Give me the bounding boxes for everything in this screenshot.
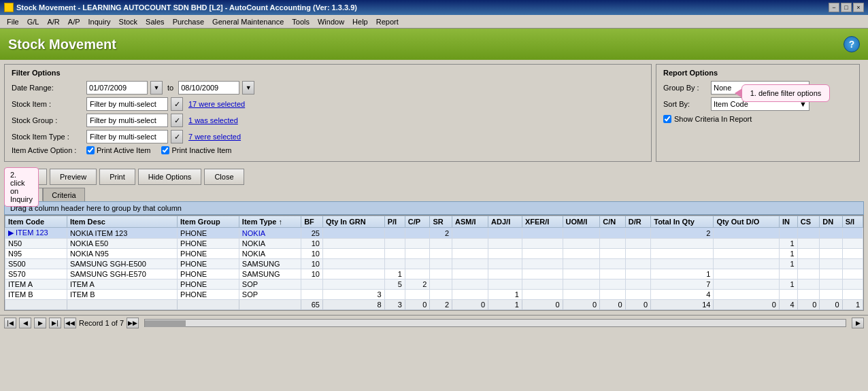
menu-inquiry[interactable]: Inquiry: [84, 16, 115, 27]
col-dr[interactable]: D/R: [625, 216, 651, 228]
table-row[interactable]: ITEM BITEM BPHONESOP314: [5, 290, 863, 300]
col-bf[interactable]: BF: [301, 216, 323, 228]
date-range-label: Date Range:: [12, 84, 86, 92]
stock-item-multiselect[interactable]: Filter by multi-select: [86, 97, 168, 111]
print-button[interactable]: Print: [99, 169, 135, 185]
nav-extra-button[interactable]: ◀◀: [64, 318, 76, 328]
col-cn[interactable]: C/N: [600, 216, 626, 228]
date-from-dropdown[interactable]: ▼: [150, 81, 163, 95]
item-active-row: Item Active Option : Print Active Item P…: [12, 146, 644, 154]
col-item-type[interactable]: Item Type ↑: [239, 216, 301, 228]
table-row[interactable]: N95NOKIA N95PHONENOKIA101: [5, 249, 863, 259]
print-active-label: Print Active Item: [97, 146, 150, 154]
table-row[interactable]: ITEM AITEM APHONESOP5271: [5, 279, 863, 290]
app-header: Stock Movement ?: [0, 29, 868, 60]
preview-button[interactable]: Preview: [50, 169, 97, 185]
date-from-input[interactable]: [86, 81, 148, 95]
report-panel-title: Report Options: [663, 69, 852, 77]
col-item-desc[interactable]: Item Desc: [67, 216, 177, 228]
stock-item-multiselect-btn[interactable]: ✓: [171, 97, 183, 111]
menu-file[interactable]: File: [3, 16, 23, 27]
nav-first-button[interactable]: |◀: [4, 318, 16, 328]
stock-item-link[interactable]: 17 were selected: [188, 100, 245, 108]
close-button[interactable]: Close: [204, 169, 244, 185]
nav-more-button[interactable]: ▶▶: [127, 318, 139, 328]
col-item-code[interactable]: Item Code: [5, 216, 67, 228]
tab-criteria[interactable]: Criteria: [43, 188, 84, 201]
menu-gl[interactable]: G/L: [23, 16, 44, 27]
table-row[interactable]: N50NOKIA E50PHONENOKIA101: [5, 239, 863, 249]
menu-purchase[interactable]: Purchase: [169, 16, 208, 27]
date-to-label: to: [167, 84, 173, 92]
item-active-label: Item Active Option :: [12, 146, 86, 154]
nav-next-button[interactable]: ▶: [34, 318, 46, 328]
filter-options-panel: Filter Options Date Range: ▼ to ▼ Stock …: [4, 64, 652, 162]
col-uomi[interactable]: UOM/I: [563, 216, 600, 228]
horizontal-scrollbar[interactable]: [144, 319, 846, 327]
menu-sales[interactable]: Sales: [141, 16, 169, 27]
group-by-label: Group By :: [663, 84, 711, 92]
drag-column-header: Drag a column header here to group by th…: [4, 201, 864, 215]
date-range-row: Date Range: ▼ to ▼: [12, 81, 644, 95]
filter-area: Filter Options Date Range: ▼ to ▼ Stock …: [4, 64, 864, 162]
menu-report[interactable]: Report: [372, 16, 403, 27]
date-to-dropdown[interactable]: ▼: [242, 81, 254, 95]
col-cs[interactable]: CS: [797, 216, 820, 228]
date-to-input[interactable]: [178, 81, 239, 95]
button-bar: Inquiry Preview Print Hide Options Close…: [4, 166, 864, 188]
stock-item-type-link[interactable]: 7 were selected: [188, 133, 241, 141]
nav-last-button[interactable]: ▶|: [49, 318, 61, 328]
hide-options-button[interactable]: Hide Options: [138, 169, 202, 185]
menu-ap[interactable]: A/P: [64, 16, 84, 27]
report-options-panel: Report Options Group By : None ▼ Sort By…: [656, 64, 860, 162]
nav-prev-button[interactable]: ◀: [19, 318, 31, 328]
filter-panel-title: Filter Options: [12, 69, 644, 77]
col-cp[interactable]: C/P: [405, 216, 430, 228]
menu-ar[interactable]: A/R: [43, 16, 63, 27]
col-qty-out-do[interactable]: Qty Out D/O: [714, 216, 780, 228]
col-pi[interactable]: P/I: [384, 216, 405, 228]
show-criteria-checkbox[interactable]: [663, 115, 671, 123]
print-active-item[interactable]: Print Active Item: [86, 146, 150, 154]
stock-item-label: Stock Item :: [12, 100, 86, 108]
menu-bar: File G/L A/R A/P Inquiry Stock Sales Pur…: [0, 15, 868, 29]
record-indicator: Record 1 of 7: [79, 319, 124, 327]
sort-by-label: Sort By:: [663, 100, 711, 108]
print-inactive-item[interactable]: Print Inactive Item: [161, 146, 231, 154]
table-row[interactable]: ▶ ITEM 123NOKIA ITEM 123PHONENOKIA2522: [5, 228, 863, 239]
print-inactive-checkbox[interactable]: [161, 146, 169, 154]
col-adji[interactable]: ADJ/I: [488, 216, 522, 228]
maximize-button[interactable]: □: [841, 3, 852, 12]
menu-tools[interactable]: Tools: [288, 16, 314, 27]
col-si[interactable]: S/I: [842, 216, 863, 228]
col-item-group[interactable]: Item Group: [178, 216, 239, 228]
col-asmi[interactable]: ASM/I: [452, 216, 488, 228]
col-in[interactable]: IN: [779, 216, 797, 228]
menu-stock[interactable]: Stock: [115, 16, 142, 27]
tab-bar: Result Criteria: [4, 188, 864, 201]
inquiry-tooltip: 2. click on Inquiry: [4, 167, 39, 207]
stock-item-type-multiselect-btn[interactable]: ✓: [171, 130, 183, 143]
print-inactive-label: Print Inactive Item: [171, 146, 231, 154]
menu-window[interactable]: Window: [314, 16, 348, 27]
stock-group-link[interactable]: 1 was selected: [188, 116, 238, 124]
col-dn[interactable]: DN: [820, 216, 842, 228]
menu-general-maintenance[interactable]: General Maintenance: [208, 16, 288, 27]
print-active-checkbox[interactable]: [86, 146, 95, 154]
stock-group-multiselect[interactable]: Filter by multi-select: [86, 114, 168, 127]
menu-help[interactable]: Help: [348, 16, 372, 27]
help-button[interactable]: ?: [844, 36, 860, 52]
col-qty-grn[interactable]: Qty In GRN: [322, 216, 384, 228]
scroll-right-button[interactable]: ▶: [852, 318, 864, 328]
col-sr[interactable]: SR: [430, 216, 452, 228]
summary-row: 6583020100001404001: [5, 300, 863, 310]
table-row[interactable]: S570SAMSUNG SGH-E570PHONESAMSUNG1011: [5, 269, 863, 279]
col-total-in[interactable]: Total In Qty: [651, 216, 714, 228]
stock-group-multiselect-btn[interactable]: ✓: [171, 114, 183, 127]
close-window-button[interactable]: ×: [853, 3, 864, 12]
table-row[interactable]: S500SAMSUNG SGH-E500PHONESAMSUNG101: [5, 259, 863, 269]
col-xferi[interactable]: XFER/I: [522, 216, 563, 228]
main-content: Filter Options Date Range: ▼ to ▼ Stock …: [0, 60, 868, 315]
minimize-button[interactable]: −: [829, 3, 839, 12]
stock-item-type-multiselect[interactable]: Filter by multi-select: [86, 130, 168, 143]
